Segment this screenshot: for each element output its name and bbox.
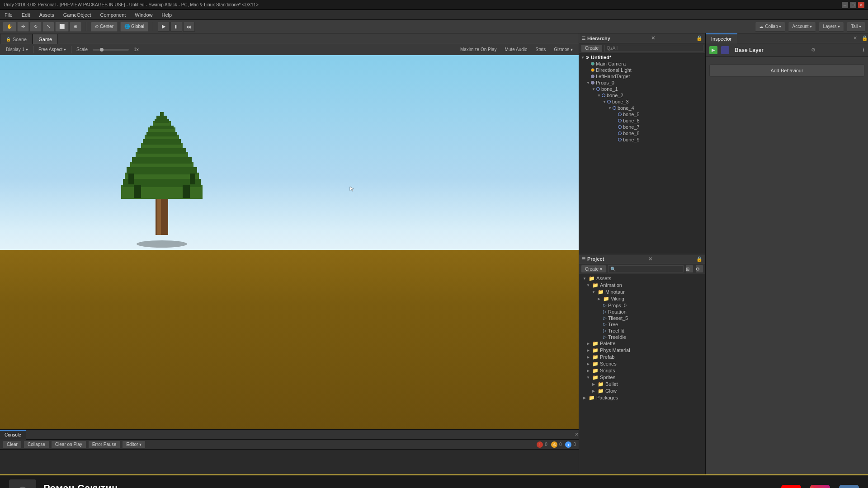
hand-tool-btn[interactable]: ✋ bbox=[3, 22, 16, 32]
obj-dot bbox=[591, 75, 594, 78]
add-behaviour-btn[interactable]: Add Behaviour bbox=[709, 64, 864, 77]
project-create-btn[interactable]: Create ▾ bbox=[581, 265, 606, 273]
clear-on-play-btn[interactable]: Clear on Play bbox=[51, 441, 86, 449]
inspector-close[interactable]: ✕ bbox=[853, 35, 860, 41]
project-item-viking[interactable]: ▶ 📁 Viking bbox=[580, 296, 704, 302]
tab-game[interactable]: Game bbox=[33, 34, 58, 44]
project-item-packages[interactable]: ▶ 📁 Packages bbox=[580, 394, 704, 401]
stats-btn[interactable]: Stats bbox=[533, 46, 549, 53]
project-item-animation[interactable]: ▼ 📁 Animation bbox=[580, 282, 704, 289]
hierarchy-item-bone4[interactable]: ▼ bone_4 bbox=[580, 105, 704, 111]
mouse-cursor bbox=[349, 186, 352, 189]
project-item-treeidle[interactable]: ▷ TreeIdle bbox=[580, 334, 704, 340]
project-item-palette[interactable]: ▶ 📁 Palette bbox=[580, 340, 704, 347]
close-btn[interactable]: ✕ bbox=[858, 2, 864, 8]
rotate-tool-btn[interactable]: ↻ bbox=[30, 22, 42, 32]
account-btn[interactable]: Account ▾ bbox=[788, 22, 816, 32]
move-tool-btn[interactable]: ✛ bbox=[17, 22, 29, 32]
minimize-btn[interactable]: ─ bbox=[842, 2, 848, 8]
project-item-tree[interactable]: ▷ Tree bbox=[580, 321, 704, 328]
mute-audio-btn[interactable]: Mute Audio bbox=[501, 46, 530, 53]
menu-assets[interactable]: Assets bbox=[38, 11, 56, 19]
global-btn[interactable]: 🌐 Global bbox=[120, 22, 148, 32]
menu-gameobject[interactable]: GameObject bbox=[61, 11, 93, 19]
maximize-btn[interactable]: □ bbox=[850, 2, 856, 8]
hierarchy-lock[interactable]: 🔒 bbox=[696, 35, 703, 41]
inspector-lock[interactable]: 🔒 bbox=[862, 35, 868, 41]
step-btn[interactable]: ⏭ bbox=[183, 22, 195, 32]
console-close[interactable]: ✕ bbox=[575, 432, 579, 437]
menu-file[interactable]: File bbox=[3, 11, 14, 19]
project-lock[interactable]: 🔒 bbox=[696, 256, 703, 262]
hierarchy-item-light[interactable]: Directional Light bbox=[580, 67, 704, 73]
console-tabs: Console ✕ bbox=[0, 430, 579, 440]
project-item-props0[interactable]: ▷ Props_0 bbox=[580, 302, 704, 309]
aspect-selector[interactable]: Free Aspect ▾ bbox=[35, 46, 69, 53]
tab-inspector[interactable]: Inspector bbox=[706, 33, 737, 43]
maximize-on-play-btn[interactable]: Maximize On Play bbox=[457, 46, 500, 53]
tab-console[interactable]: Console bbox=[0, 430, 26, 440]
hierarchy-close[interactable]: ✕ bbox=[651, 35, 655, 41]
project-item-rotation[interactable]: ▷ Rotation bbox=[580, 309, 704, 315]
warning-icon: ⚠ bbox=[551, 441, 557, 448]
collab-btn[interactable]: ☁ Collab ▾ bbox=[755, 22, 785, 32]
project-item-physmaterial[interactable]: ▶ 📁 Phys Material bbox=[580, 347, 704, 354]
project-search[interactable] bbox=[608, 265, 684, 272]
project-close[interactable]: ✕ bbox=[648, 256, 652, 262]
inspector-settings-icon[interactable]: ⚙ bbox=[811, 47, 816, 53]
menu-edit[interactable]: Edit bbox=[20, 11, 32, 19]
hierarchy-item-bone9[interactable]: bone_9 bbox=[580, 136, 704, 143]
hierarchy-item-bone5[interactable]: bone_5 bbox=[580, 111, 704, 117]
youtube-btn[interactable] bbox=[781, 485, 801, 488]
error-pause-btn[interactable]: Error Pause bbox=[88, 441, 120, 449]
hierarchy-item-props0[interactable]: ▼ Props_0 bbox=[580, 80, 704, 86]
hierarchy-item-bone1[interactable]: ▼ bone_1 bbox=[580, 86, 704, 92]
project-filter-btn[interactable]: ⊞ bbox=[685, 265, 693, 273]
vk-btn[interactable]: VK bbox=[839, 485, 859, 488]
pause-btn[interactable]: ⏸ bbox=[170, 22, 182, 32]
project-item-scenes[interactable]: ▶ 📁 Scenes bbox=[580, 361, 704, 367]
project-settings-btn[interactable]: ⚙ bbox=[695, 265, 703, 273]
instagram-btn[interactable] bbox=[810, 485, 830, 488]
hierarchy-create-btn[interactable]: Create bbox=[581, 44, 603, 52]
menu-component[interactable]: Component bbox=[98, 11, 127, 19]
hierarchy-item-bone2[interactable]: ▼ bone_2 bbox=[580, 92, 704, 99]
play-btn[interactable]: ▶ bbox=[158, 22, 170, 32]
project-item-glow[interactable]: ▶ 📁 Glow bbox=[580, 388, 704, 394]
project-item-scripts[interactable]: ▶ 📁 Scripts bbox=[580, 367, 704, 374]
project-item-treehit[interactable]: ▷ TreeHit bbox=[580, 328, 704, 334]
menu-window[interactable]: Window bbox=[133, 11, 154, 19]
collapse-btn[interactable]: Collapse bbox=[24, 441, 49, 449]
project-assets-root[interactable]: ▼ 📁 Assets bbox=[580, 275, 704, 282]
hierarchy-search[interactable] bbox=[604, 45, 703, 52]
hierarchy-item-bone8[interactable]: bone_8 bbox=[580, 130, 704, 136]
editor-btn[interactable]: Editor ▾ bbox=[122, 441, 146, 449]
scene-root-item[interactable]: ▼ ⊙ Untitled* bbox=[580, 54, 704, 61]
hierarchy-item-lefttarget[interactable]: LeftHandTarget bbox=[580, 73, 704, 80]
project-item-bullet[interactable]: ▶ 📁 Bullet bbox=[580, 381, 704, 388]
layers-btn[interactable]: Layers ▾ bbox=[819, 22, 844, 32]
hierarchy-item-bone7[interactable]: bone_7 bbox=[580, 124, 704, 130]
layout-btn[interactable]: Tall ▾ bbox=[847, 22, 865, 32]
rect-tool-btn[interactable]: ⬜ bbox=[55, 22, 69, 32]
scale-slider[interactable] bbox=[93, 49, 129, 51]
project-item-minotaur[interactable]: ▼ 📁 Minotaur bbox=[580, 289, 704, 296]
title-text: Unity 2018.3.0f2 Personal - [PREVIEW PAC… bbox=[4, 2, 842, 7]
center-btn[interactable]: ⊙ Center bbox=[91, 22, 118, 32]
tab-scene[interactable]: 🔒 Scene bbox=[0, 34, 33, 44]
hierarchy-title: Hierarchy bbox=[587, 36, 610, 41]
clear-btn[interactable]: Clear bbox=[3, 441, 22, 449]
hierarchy-item-bone6[interactable]: bone_6 bbox=[580, 117, 704, 124]
project-item-sprites[interactable]: ▼ 📁 Sprites bbox=[580, 374, 704, 381]
scale-tool-btn[interactable]: ⤡ bbox=[42, 22, 54, 32]
svg-rect-9 bbox=[143, 139, 181, 145]
menu-help[interactable]: Help bbox=[160, 11, 174, 19]
inspector-info-icon[interactable]: ℹ bbox=[863, 47, 864, 53]
gizmos-btn[interactable]: Gizmos ▾ bbox=[551, 46, 576, 53]
hierarchy-item-camera[interactable]: Main Camera bbox=[580, 61, 704, 67]
hierarchy-item-bone3[interactable]: ▼ bone_3 bbox=[580, 99, 704, 105]
transform-tool-btn[interactable]: ⊕ bbox=[70, 22, 81, 32]
project-item-prefab[interactable]: ▶ 📁 Prefab bbox=[580, 354, 704, 361]
display-selector[interactable]: Display 1 ▾ bbox=[3, 46, 31, 53]
project-item-tileset5[interactable]: ▷ Tileset_5 bbox=[580, 315, 704, 321]
